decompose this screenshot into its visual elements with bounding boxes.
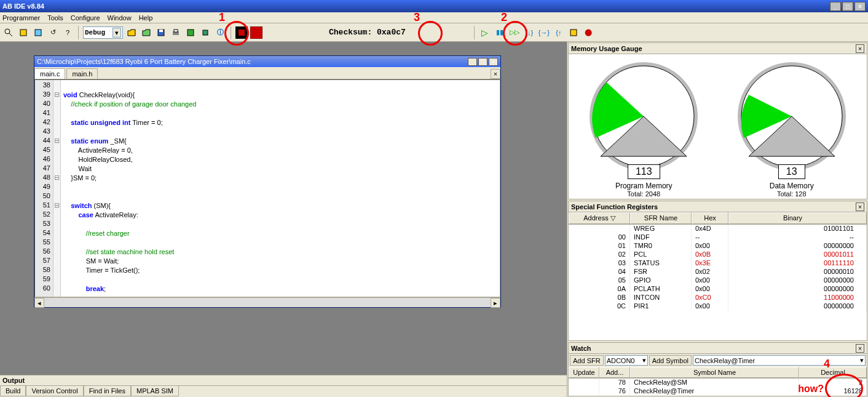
code-line[interactable]: void CheckRelay(void){ bbox=[63, 90, 497, 100]
sfr-row[interactable]: 0BINTCON0xC011000000 bbox=[569, 294, 867, 302]
code-line[interactable]: Timer = TickGet(); bbox=[63, 266, 497, 275]
sfr-row[interactable]: 00INDF---- bbox=[569, 233, 867, 242]
code-line[interactable]: case ActivateRelay: bbox=[63, 211, 497, 220]
code-line[interactable]: Wait bbox=[63, 164, 497, 174]
code-line[interactable]: static unsigned int Timer = 0; bbox=[63, 118, 497, 127]
stop-icon[interactable] bbox=[250, 26, 262, 39]
output-tab-sim[interactable]: MPLAB SIM bbox=[131, 386, 179, 396]
sfr-row[interactable]: 02PCL0x0B00001011 bbox=[569, 251, 867, 259]
sfr-row[interactable]: 01TMR00x0000000000 bbox=[569, 242, 867, 251]
svg-rect-7 bbox=[174, 30, 178, 32]
annotation-how: how? bbox=[798, 383, 824, 395]
svg-line-1 bbox=[9, 33, 12, 36]
annotation-4: 4 bbox=[824, 358, 830, 371]
code-line[interactable]: }SM = 0; bbox=[63, 174, 497, 183]
menu-window[interactable]: Window bbox=[108, 14, 132, 22]
sfr-combo[interactable]: ADCON0▾ bbox=[605, 355, 648, 366]
code-maximize-button[interactable]: □ bbox=[478, 58, 487, 66]
code-line[interactable] bbox=[63, 109, 497, 118]
code-editor[interactable]: 3839404142434445464748495051525354555657… bbox=[34, 79, 500, 297]
config-dropdown[interactable]: Debug ▾ bbox=[83, 26, 123, 39]
annotation-1: 1 bbox=[219, 11, 225, 24]
code-line[interactable] bbox=[63, 127, 497, 137]
run-icon[interactable]: ▷ bbox=[479, 26, 491, 39]
help-icon[interactable]: ? bbox=[61, 26, 74, 39]
tool-icon[interactable] bbox=[17, 26, 30, 39]
build-icon[interactable] bbox=[184, 26, 197, 39]
restore-button[interactable]: □ bbox=[842, 2, 853, 11]
code-line[interactable]: //reset charger bbox=[63, 229, 497, 238]
breakpoint-icon[interactable]: ⬤ bbox=[582, 26, 594, 39]
step-over-icon[interactable]: {→} bbox=[538, 26, 550, 39]
scroll-left-icon[interactable]: ◂ bbox=[34, 298, 44, 308]
sfr-col-hex[interactable]: Hex bbox=[692, 212, 728, 224]
output-tab-vcs[interactable]: Version Control bbox=[26, 386, 83, 396]
step-into-icon[interactable]: {↓} bbox=[523, 26, 535, 39]
code-line[interactable]: break; bbox=[63, 284, 497, 294]
halt-icon[interactable] bbox=[235, 26, 248, 39]
tab-close-icon[interactable]: × bbox=[491, 69, 500, 79]
code-line[interactable]: SM = Wait; bbox=[63, 257, 497, 266]
code-line[interactable]: HoldRelayClosed, bbox=[63, 155, 497, 164]
open-icon[interactable] bbox=[125, 26, 138, 39]
code-line[interactable] bbox=[63, 275, 497, 284]
sfr-row[interactable]: 0CPIR10x0000000000 bbox=[569, 302, 867, 311]
info-icon[interactable]: ⓘ bbox=[214, 26, 226, 39]
tool-icon[interactable] bbox=[32, 26, 44, 39]
tab-main-c[interactable]: main.c bbox=[34, 68, 65, 79]
animate-icon[interactable]: ▷▷ bbox=[508, 26, 521, 39]
sfr-panel-close-icon[interactable]: × bbox=[856, 203, 864, 211]
sfr-col-name[interactable]: SFR Name bbox=[630, 212, 692, 224]
sfr-col-binary[interactable]: Binary bbox=[728, 212, 867, 224]
add-symbol-button[interactable]: Add Symbol bbox=[649, 355, 692, 366]
scroll-right-icon[interactable]: ▸ bbox=[491, 298, 500, 308]
code-line[interactable]: switch (SM){ bbox=[63, 201, 497, 211]
code-line[interactable] bbox=[63, 238, 497, 247]
menu-help[interactable]: Help bbox=[139, 14, 153, 22]
add-sfr-button[interactable]: Add SFR bbox=[570, 355, 604, 366]
code-line[interactable]: //set state machine hold reset bbox=[63, 247, 497, 257]
pause-icon[interactable]: ▮▮ bbox=[494, 26, 506, 39]
code-line[interactable]: static enum _SM{ bbox=[63, 137, 497, 146]
reset-icon[interactable] bbox=[567, 26, 580, 39]
watch-panel-close-icon[interactable]: × bbox=[856, 344, 864, 353]
menu-programmer[interactable]: Programmer bbox=[2, 14, 40, 22]
gauge-panel-close-icon[interactable]: × bbox=[856, 44, 864, 53]
code-line[interactable]: //check if position of garage door chang… bbox=[63, 100, 497, 109]
tab-main-h[interactable]: main.h bbox=[66, 68, 98, 79]
tool-icon[interactable] bbox=[2, 26, 15, 39]
sfr-row[interactable]: 05GPIO0x0000000000 bbox=[569, 276, 867, 285]
sfr-col-address[interactable]: Address ▽ bbox=[569, 212, 630, 224]
open-folder-icon[interactable] bbox=[140, 26, 152, 39]
sfr-row[interactable]: 03STATUS0x3E00111110 bbox=[569, 259, 867, 268]
save-icon[interactable] bbox=[155, 26, 167, 39]
sfr-row[interactable]: 0APCLATH0x0000000000 bbox=[569, 285, 867, 294]
dropdown-arrow-icon[interactable]: ▾ bbox=[112, 28, 121, 38]
print-icon[interactable] bbox=[170, 26, 182, 39]
chip-icon[interactable] bbox=[199, 26, 211, 39]
code-line[interactable] bbox=[63, 192, 497, 201]
code-close-button[interactable]: × bbox=[489, 58, 498, 66]
watch-col-decimal[interactable]: Decimal bbox=[799, 367, 867, 378]
sfr-row[interactable]: WREG0x4D01001101 bbox=[569, 225, 867, 233]
symbol-combo[interactable]: CheckRelay@Timer▾ bbox=[693, 355, 866, 366]
close-button[interactable]: × bbox=[854, 2, 866, 11]
sfr-row[interactable]: 04FSR0x0200000010 bbox=[569, 268, 867, 276]
watch-col-add[interactable]: Add... bbox=[599, 367, 630, 378]
output-tab-build[interactable]: Build bbox=[0, 386, 26, 396]
code-line[interactable] bbox=[63, 81, 497, 90]
watch-col-update[interactable]: Update bbox=[569, 367, 599, 378]
watch-col-symbol[interactable]: Symbol Name bbox=[630, 367, 799, 378]
code-line[interactable]: ActivateRelay = 0, bbox=[63, 146, 497, 155]
output-tab-find[interactable]: Find in Files bbox=[84, 386, 131, 396]
minimize-button[interactable]: _ bbox=[830, 2, 841, 11]
code-line[interactable] bbox=[63, 220, 497, 229]
code-line[interactable] bbox=[63, 183, 497, 192]
menu-tools[interactable]: Tools bbox=[47, 14, 63, 22]
step-out-icon[interactable]: {↑ bbox=[553, 26, 565, 39]
menu-configure[interactable]: Configure bbox=[71, 14, 100, 22]
code-area[interactable]: void CheckRelay(void){ //check if positi… bbox=[61, 80, 500, 297]
horizontal-scrollbar[interactable]: ◂ ▸ bbox=[34, 297, 500, 307]
tool-icon[interactable]: ↺ bbox=[47, 26, 59, 39]
code-minimize-button[interactable]: _ bbox=[468, 58, 477, 66]
